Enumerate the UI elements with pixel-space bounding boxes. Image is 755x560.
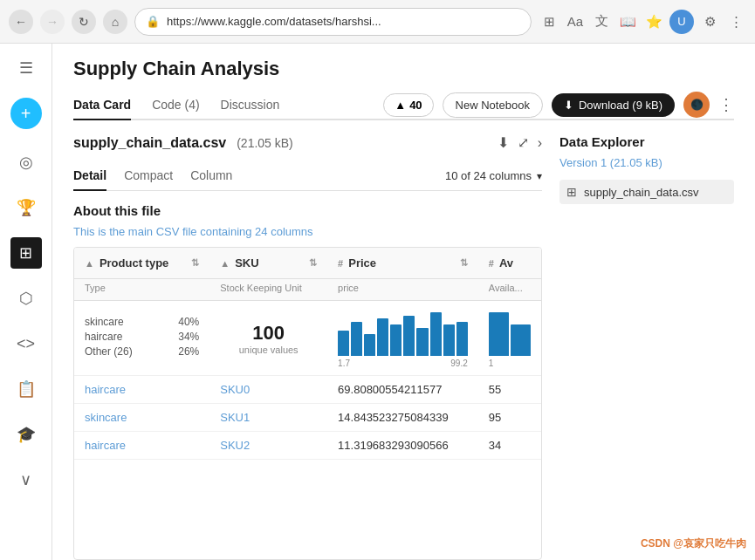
cell-price-0: 69.80800554211577 [327,376,478,404]
url-bar[interactable]: 🔒 https://www.kaggle.com/datasets/harshs… [134,8,532,36]
sub-tab-compact[interactable]: Compact [124,161,173,191]
col-subtype-availability: Availa... [478,279,541,301]
col-icon-price: # [338,258,343,269]
stat-pct-skincare: 40% [178,316,199,328]
reading-list-icon[interactable]: 📖 [617,11,638,32]
sidebar-explore-icon[interactable]: ◎ [10,147,42,178]
cell-availability-2: 34 [478,432,541,460]
cell-product-type-2: haircare [74,432,209,460]
favorites-icon[interactable]: ⭐ [643,11,664,32]
columns-selector[interactable]: 10 of 24 columns ▾ [445,169,542,182]
data-explorer-panel: Data Explorer Version 1 (21.05 kB) ⊞ sup… [559,120,734,560]
nav-forward-button[interactable]: → [40,10,65,34]
price-stats: 1.7 99.2 [327,301,478,376]
price-min: 1.7 [338,359,350,368]
cell-sku-1: SKU1 [209,404,327,432]
profile-icon[interactable]: U [669,10,694,34]
avail-min: 1 [489,359,494,368]
cell-product-type-1: skincare [74,404,209,432]
stat-pct-other: 26% [178,345,199,358]
sidebar-table-icon[interactable]: ⊞ [10,237,42,269]
table-row: haircare SKU2 11.319683293090566 34 [74,432,541,460]
vote-count: 40 [409,99,422,112]
sidebar-trophy-icon[interactable]: 🏆 [10,192,42,223]
tab-discussion[interactable]: Discussion [221,91,280,120]
cell-price-2: 11.319683293090566 [327,432,478,460]
col-icon-product-type: ▲ [85,258,94,269]
reader-icon[interactable]: Aa [565,11,586,32]
more-options-icon[interactable]: ⋮ [718,95,734,114]
col-subtype-price: price [327,279,478,301]
file-download-icon[interactable]: ⬇ [498,134,509,151]
browser-bar: ← → ↻ ⌂ 🔒 https://www.kaggle.com/dataset… [0,0,755,44]
stat-label-other: Other (26) [85,345,133,358]
stats-row: skincare 40% haircare 34% Other (26) [74,301,541,376]
sidebar-code-icon[interactable]: <> [10,328,42,359]
sku-stats: 100 unique values [209,301,327,376]
cell-price-1: 14.843523275084339 [327,404,478,432]
sidebar-courses-icon[interactable]: 🎓 [10,419,42,450]
page-title: Supply Chain Analysis [73,58,734,80]
stat-label-haircare: haircare [85,331,122,343]
file-expand-icon[interactable]: ⤢ [518,134,529,151]
nav-refresh-button[interactable]: ↻ [72,10,96,34]
tab-grid-icon[interactable]: ⊞ [539,11,559,32]
product-type-stats: skincare 40% haircare 34% Other (26) [74,301,209,376]
tab-code[interactable]: Code (4) [152,91,199,120]
sidebar-menu-icon[interactable]: ☰ [10,52,42,84]
vote-up-icon: ▲ [395,99,406,112]
file-size: (21.05 kB) [237,136,293,150]
sidebar-plus-icon[interactable]: + [10,98,42,129]
col-icon-sku: ▲ [220,258,230,269]
tab-data-card[interactable]: Data Card [73,91,131,120]
chevron-down-icon: ▾ [537,170,542,182]
availability-stats: 1 [478,301,541,376]
about-title: About this file [73,203,542,218]
col-subtype-product-type: Type [74,279,209,301]
unique-number: 100 [220,322,317,345]
cell-product-type-0: haircare [74,376,209,404]
col-header-product-type: ▲ Product type ⇅ [74,248,209,279]
data-explorer-version[interactable]: Version 1 (21.05 kB) [559,156,734,169]
left-sidebar: ☰ + ◎ 🏆 ⊞ ⬡ <> 📋 🎓 ∨ [0,44,52,560]
cell-sku-2: SKU2 [209,432,327,460]
sub-tab-column[interactable]: Column [190,161,232,191]
sidebar-notebook-icon[interactable]: 📋 [10,373,42,405]
sort-icon-sku[interactable]: ⇅ [309,257,317,269]
extensions-icon[interactable]: ⚙ [699,11,720,32]
table-row: skincare SKU1 14.843523275084339 95 [74,404,541,432]
sub-tab-detail[interactable]: Detail [73,161,106,191]
download-button[interactable]: ⬇ Download (9 kB) [552,93,675,117]
data-explorer-title: Data Explorer [559,134,734,149]
sidebar-network-icon[interactable]: ⬡ [10,283,42,314]
col-subtype-sku: Stock Keeping Unit [209,279,327,301]
new-notebook-button[interactable]: New Notebook [443,92,543,118]
col-header-availability: # Av [478,248,541,279]
vote-button[interactable]: ▲ 40 [383,93,433,117]
cell-sku-0: SKU0 [209,376,327,404]
data-explorer-file-item[interactable]: ⊞ supply_chain_data.csv [559,180,734,204]
download-icon: ⬇ [564,99,573,112]
nav-back-button[interactable]: ← [9,10,33,34]
file-next-icon[interactable]: › [538,135,542,151]
price-max: 99.2 [450,359,467,368]
cell-availability-0: 55 [478,376,541,404]
avatar: 🌑 [683,92,710,118]
col-header-sku: ▲ SKU ⇅ [209,248,327,279]
stat-label-skincare: skincare [85,316,124,328]
lock-icon: 🔒 [146,15,160,28]
settings-icon[interactable]: ⋮ [725,11,746,32]
cell-availability-1: 95 [478,404,541,432]
sort-icon-price[interactable]: ⇅ [460,257,468,269]
translate-icon[interactable]: 文 [591,11,612,32]
watermark: CSDN @哀家只吃牛肉 [641,536,746,551]
sort-icon-product-type[interactable]: ⇅ [191,257,199,269]
about-text: This is the main CSV file containing 24 … [73,225,542,238]
table-icon: ⊞ [566,185,577,199]
col-header-price: # Price ⇅ [327,248,478,279]
nav-home-button[interactable]: ⌂ [103,10,127,34]
unique-label: unique values [220,345,317,355]
col-icon-availability: # [489,258,494,269]
table-row: haircare SKU0 69.80800554211577 55 [74,376,541,404]
sidebar-more-icon[interactable]: ∨ [10,464,42,495]
